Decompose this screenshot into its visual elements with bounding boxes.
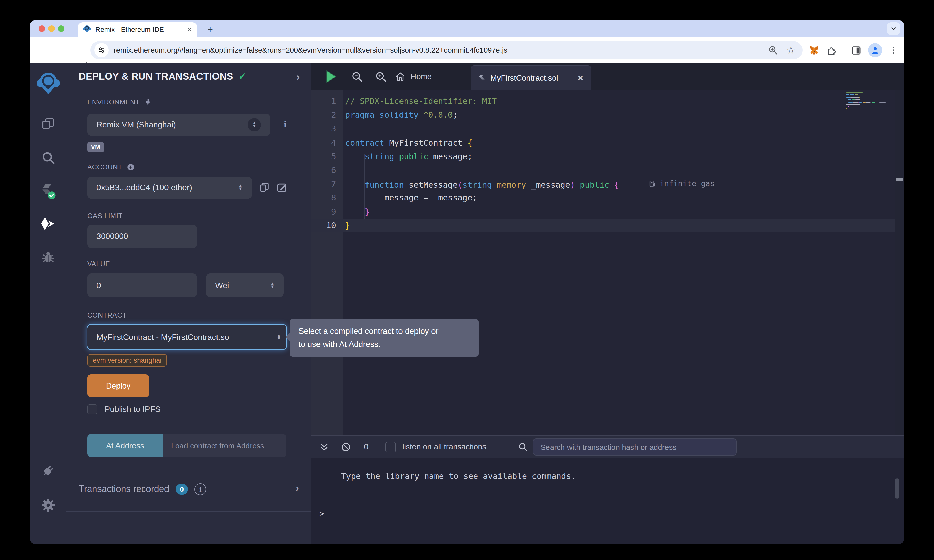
code-line[interactable]: 9 } — [311, 205, 895, 218]
transactions-info-icon[interactable]: i — [195, 483, 207, 495]
close-tab-icon[interactable]: ✕ — [183, 26, 193, 34]
terminal[interactable]: Type the library name to see available c… — [311, 458, 904, 544]
add-account-icon[interactable] — [126, 163, 135, 171]
metamask-icon[interactable] — [809, 45, 820, 56]
browser-menu-icon[interactable] — [889, 46, 898, 55]
tab-myfirstcontract[interactable]: MyFirstContract.sol ✕ — [470, 65, 591, 90]
environment-select[interactable]: Remix VM (Shanghai) ▲▼ — [87, 114, 270, 136]
code-line[interactable]: 10} — [311, 218, 895, 232]
settings-gear-icon[interactable] — [30, 498, 66, 513]
line-number: 5 — [311, 150, 343, 163]
terminal-prompt[interactable]: > — [319, 509, 324, 518]
clear-console-icon[interactable] — [341, 442, 351, 452]
home-icon — [395, 71, 405, 82]
account-select[interactable]: 0x5B3...eddC4 (100 ether) ▲▼ — [87, 177, 252, 199]
code-line[interactable]: 5 string public message; — [311, 150, 895, 163]
extensions-icon[interactable] — [826, 45, 837, 55]
select-arrows-icon: ▲▼ — [270, 283, 274, 288]
line-number: 6 — [311, 163, 343, 177]
editor-minimap[interactable] — [846, 92, 893, 109]
account-label: ACCOUNT — [87, 163, 135, 171]
debugger-icon[interactable] — [30, 250, 66, 264]
code-line[interactable]: 1// SPDX-License-Identifier: MIT — [311, 94, 895, 108]
gas-limit-label: GAS LIMIT — [87, 212, 123, 220]
browser-tab[interactable]: Remix - Ethereum IDE ✕ — [78, 22, 197, 37]
value-label: VALUE — [87, 260, 110, 268]
close-window-button[interactable] — [39, 25, 45, 32]
file-explorer-icon[interactable] — [30, 117, 66, 131]
side-panel-icon[interactable] — [851, 45, 862, 55]
contract-select[interactable]: MyFirstContract - MyFirstContract.so ▲▼ — [87, 325, 286, 349]
code-line[interactable]: 6 — [311, 163, 895, 177]
terminal-search-icon — [518, 442, 528, 452]
zoom-out-icon[interactable] — [351, 71, 363, 83]
code-line[interactable]: 2pragma solidity ^0.8.0; — [311, 108, 895, 122]
url-bar[interactable]: remix.ethereum.org/#lang=en&optimize=fal… — [90, 41, 803, 59]
tab-title: Remix - Ethereum IDE — [96, 26, 183, 34]
editor-scrollbar[interactable] — [895, 90, 904, 435]
code-line[interactable]: 7 function setMessage(string memory _mes… — [311, 177, 895, 191]
value-input[interactable]: 0 — [87, 274, 197, 297]
contract-label: CONTRACT — [87, 311, 126, 319]
select-arrows-icon: ▲▼ — [277, 334, 281, 340]
deploy-button[interactable]: Deploy — [87, 374, 149, 397]
terminal-scrollbar[interactable] — [895, 478, 900, 498]
line-number: 1 — [311, 94, 343, 108]
publish-ipfs-checkbox[interactable] — [87, 404, 97, 414]
editor-tabstrip: Home MyFirstContract.sol ✕ — [311, 63, 904, 90]
url-text[interactable]: remix.ethereum.org/#lang=en&optimize=fal… — [114, 46, 768, 54]
code-editor[interactable]: 1// SPDX-License-Identifier: MIT2pragma … — [311, 90, 904, 435]
infinite-gas-annotation: infinite gas — [649, 177, 715, 191]
profile-avatar[interactable] — [868, 43, 882, 57]
remix-logo[interactable] — [30, 72, 66, 95]
plugin-manager-icon[interactable] — [30, 463, 66, 478]
terminal-header: 0 listen on all transactions — [311, 435, 904, 458]
line-number: 3 — [311, 122, 343, 136]
at-address-input[interactable] — [163, 434, 286, 457]
gas-limit-input[interactable]: 3000000 — [87, 225, 197, 248]
close-file-icon[interactable]: ✕ — [577, 73, 584, 82]
site-settings-icon[interactable] — [94, 43, 109, 57]
tab-search-button[interactable] — [887, 22, 900, 35]
terminal-search-input[interactable] — [533, 438, 737, 455]
environment-info-icon[interactable]: i — [284, 119, 286, 130]
chevron-down-icon — [890, 25, 897, 32]
minimize-window-button[interactable] — [48, 25, 55, 32]
code-lines: 1// SPDX-License-Identifier: MIT2pragma … — [311, 94, 895, 232]
run-script-icon[interactable] — [325, 69, 337, 84]
at-address-button[interactable]: At Address — [87, 434, 163, 457]
listen-transactions-checkbox[interactable] — [385, 442, 396, 452]
gas-pump-icon — [649, 180, 656, 188]
environment-label: ENVIRONMENT — [87, 98, 152, 106]
bookmark-icon[interactable]: ☆ — [786, 45, 795, 55]
tab-home[interactable]: Home — [395, 63, 432, 90]
copy-account-icon[interactable] — [258, 182, 270, 193]
search-icon[interactable] — [30, 151, 66, 165]
collapse-terminal-icon[interactable] — [319, 442, 329, 452]
transactions-count-badge: 0 — [176, 484, 188, 495]
remix-favicon — [83, 25, 91, 35]
code-line[interactable]: 3 — [311, 122, 895, 136]
value-unit-select[interactable]: Wei ▲▼ — [206, 274, 284, 297]
compiled-check-icon: ✓ — [238, 71, 247, 82]
line-number: 7 — [311, 177, 343, 191]
browser-tabbar: Remix - Ethereum IDE ✕ + — [30, 20, 904, 37]
zoom-in-icon[interactable] — [375, 71, 387, 83]
terminal-message: Type the library name to see available c… — [341, 471, 576, 481]
solidity-compiler-icon[interactable] — [30, 183, 66, 199]
new-tab-button[interactable]: + — [203, 23, 217, 37]
browser-window: Remix - Ethereum IDE ✕ + remix.ethereum.… — [30, 20, 904, 544]
line-number: 9 — [311, 205, 343, 218]
select-arrows-icon: ▲▼ — [248, 118, 261, 131]
deploy-run-icon[interactable] — [30, 217, 66, 231]
zoom-icon[interactable] — [768, 45, 778, 55]
evm-version-badge: evm version: shanghai — [87, 354, 167, 367]
transactions-chevron-icon[interactable]: › — [296, 482, 299, 494]
zoom-window-button[interactable] — [58, 25, 65, 32]
code-line[interactable]: 4contract MyFirstContract { — [311, 136, 895, 149]
scrollbar-handle[interactable] — [896, 177, 903, 181]
edit-account-icon[interactable] — [276, 182, 288, 193]
panel-chevron-icon[interactable]: › — [296, 71, 300, 84]
code-line[interactable]: 8 message = _message; — [311, 191, 895, 205]
deploy-run-panel: DEPLOY & RUN TRANSACTIONS ✓ › ENVIRONMEN… — [66, 63, 311, 544]
